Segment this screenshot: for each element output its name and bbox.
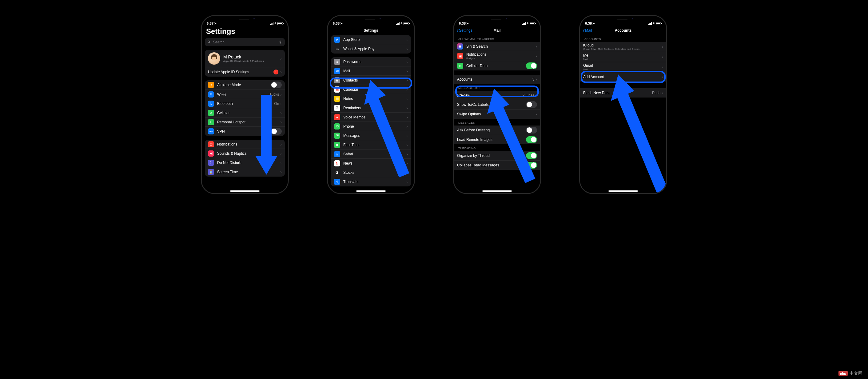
- gmail-sub: Mail: [583, 68, 661, 71]
- show-to-cc-labels-toggle[interactable]: [526, 101, 537, 108]
- airplane-mode-toggle[interactable]: [271, 82, 282, 88]
- row-bluetooth[interactable]: ᛒBluetoothOn›: [205, 99, 285, 108]
- chevron-right-icon: ›: [280, 142, 282, 147]
- collapse-read-messages-toggle[interactable]: [526, 162, 537, 168]
- home-indicator[interactable]: [230, 190, 259, 192]
- wifi-icon: ⌔: [274, 22, 277, 25]
- row-messages[interactable]: ✉Messages›: [331, 131, 411, 140]
- row-app-store[interactable]: AApp Store›: [331, 35, 411, 44]
- row-me[interactable]: MeMail›: [580, 52, 666, 62]
- update-apple-id-row[interactable]: Update Apple ID Settings 1 ›: [205, 67, 285, 76]
- me-sub: Mail: [583, 58, 661, 61]
- collapse-read-messages-label: Collapse Read Messages: [457, 163, 526, 167]
- phone-settings-list: 6:38➤ ⌔ Settings AApp Store›▭Wallet & Ap…: [328, 16, 414, 193]
- chevron-right-icon: ›: [661, 55, 663, 59]
- row-wi-fi[interactable]: ≋Wi-FiTucks›: [205, 90, 285, 99]
- row-notifications[interactable]: ◻Notifications›: [205, 140, 285, 149]
- row-sounds-haptics[interactable]: ◀Sounds & Haptics›: [205, 149, 285, 158]
- update-label: Update Apple ID Settings: [208, 70, 274, 74]
- row-organize-by-thread[interactable]: Organize by Thread: [454, 151, 540, 161]
- chevron-right-icon: ›: [280, 169, 282, 175]
- load-remote-images-toggle[interactable]: [526, 136, 537, 143]
- row-voice-memos[interactable]: ●Voice Memos›: [331, 113, 411, 122]
- row-translate[interactable]: 文Translate›: [331, 177, 411, 186]
- chevron-right-icon: ›: [280, 69, 282, 74]
- page-title: Settings: [205, 26, 285, 38]
- row-screen-time[interactable]: ⌛Screen Time›: [205, 167, 285, 177]
- chevron-right-icon: ›: [535, 112, 537, 117]
- cellular-data-toggle[interactable]: [526, 62, 537, 69]
- row-notifications[interactable]: ▣NotificationsBadges›: [454, 51, 540, 61]
- chevron-right-icon: ›: [661, 65, 663, 69]
- stocks-icon: ◕: [334, 169, 340, 176]
- row-phone[interactable]: ✆Phone›: [331, 122, 411, 131]
- vpn-label: VPN: [217, 129, 271, 133]
- row-do-not-disturb[interactable]: ☾Do Not Disturb›: [205, 158, 285, 167]
- row-wallet-apple-pay[interactable]: ▭Wallet & Apple Pay›: [331, 44, 411, 54]
- home-indicator[interactable]: [609, 190, 638, 192]
- nav-header: Mail Accounts: [580, 26, 666, 35]
- row-cellular[interactable]: ⊚Cellular›: [205, 108, 285, 118]
- row-gmail[interactable]: GmailMail›: [580, 62, 666, 72]
- back-button[interactable]: Mail: [583, 28, 592, 33]
- fetch-row[interactable]: Fetch New Data Push ›: [580, 88, 666, 97]
- row-reminders[interactable]: ☑Reminders›: [331, 103, 411, 113]
- contacts-icon: ◉: [334, 77, 340, 83]
- row-news[interactable]: NNews›: [331, 159, 411, 168]
- home-indicator[interactable]: [482, 190, 512, 192]
- row-personal-hotspot[interactable]: ⊙Personal Hotspot›: [205, 118, 285, 127]
- chevron-right-icon: ›: [535, 77, 537, 82]
- row-add-account[interactable]: Add Account›: [580, 72, 666, 82]
- notifications-label: Notifications: [217, 142, 280, 147]
- wi-fi-icon: ≋: [208, 91, 214, 97]
- personal-hotspot-label: Personal Hotspot: [217, 120, 280, 124]
- row-contacts[interactable]: ◉Contacts›: [331, 76, 411, 85]
- ask-before-deleting-toggle[interactable]: [526, 127, 537, 133]
- airplane-mode-icon: ✈: [208, 82, 214, 88]
- fetch-value: Push: [652, 91, 660, 95]
- accounts-value: 3: [532, 77, 534, 82]
- preview-value: 2 Lines: [523, 93, 534, 97]
- facetime-icon: ■: [334, 142, 340, 148]
- row-preview[interactable]: Preview2 Lines›: [454, 91, 540, 100]
- airplane-mode-label: Airplane Mode: [217, 83, 271, 87]
- mail-icon: ✉: [334, 68, 340, 74]
- location-icon: ➤: [340, 22, 343, 25]
- vpn-toggle[interactable]: [271, 128, 282, 135]
- accounts-row[interactable]: Accounts 3 ›: [454, 75, 540, 84]
- row-mail[interactable]: ✉Mail›: [331, 66, 411, 76]
- chevron-right-icon: ›: [280, 92, 282, 97]
- translate-icon: 文: [334, 179, 340, 185]
- row-calendar[interactable]: ▦Calendar›: [331, 85, 411, 94]
- swipe-options-label: Swipe Options: [457, 112, 535, 116]
- avatar: [208, 52, 220, 65]
- row-facetime[interactable]: ■FaceTime›: [331, 140, 411, 150]
- row-passwords[interactable]: ●Passwords›: [331, 57, 411, 66]
- row-load-remote-images[interactable]: Load Remote Images: [454, 135, 540, 144]
- facetime-label: FaceTime: [343, 143, 406, 147]
- row-siri-search[interactable]: ◉Siri & Search›: [454, 42, 540, 51]
- voice-memos-label: Voice Memos: [343, 115, 406, 119]
- row-swipe-options[interactable]: Swipe Options›: [454, 109, 540, 119]
- search-input[interactable]: 🔍︎ Search 🎙︎: [205, 38, 285, 46]
- wallet-apple-pay-label: Wallet & Apple Pay: [343, 47, 406, 51]
- row-stocks[interactable]: ◕Stocks›: [331, 168, 411, 177]
- location-icon: ➤: [466, 22, 469, 25]
- row-notes[interactable]: ▤Notes›: [331, 94, 411, 103]
- mic-icon[interactable]: 🎙︎: [279, 40, 282, 44]
- row-airplane-mode[interactable]: ✈Airplane Mode: [205, 80, 285, 90]
- reminders-label: Reminders: [343, 106, 406, 110]
- back-button[interactable]: Settings: [457, 28, 472, 33]
- bluetooth-label: Bluetooth: [217, 101, 274, 106]
- row-safari[interactable]: ◎Safari›: [331, 150, 411, 159]
- row-ask-before-deleting[interactable]: Ask Before Deleting: [454, 126, 540, 135]
- row-icloud[interactable]: iCloudiCloud Drive, Mail, Contacts, Cale…: [580, 42, 666, 52]
- row-collapse-read-messages[interactable]: Collapse Read Messages: [454, 161, 540, 170]
- row-cellular-data[interactable]: ⊚Cellular Data: [454, 61, 540, 70]
- row-vpn[interactable]: VPNVPN: [205, 127, 285, 136]
- home-indicator[interactable]: [356, 190, 386, 192]
- organize-by-thread-toggle[interactable]: [526, 152, 537, 159]
- apple-id-row[interactable]: M Potuck Apple ID, iCloud, Media & Purch…: [205, 50, 285, 67]
- phone-mail-settings: 6:38➤ ⌔ Settings Mail ALLOW MAIL TO ACCE…: [454, 16, 540, 193]
- row-show-to-cc-labels[interactable]: Show To/Cc Labels: [454, 100, 540, 109]
